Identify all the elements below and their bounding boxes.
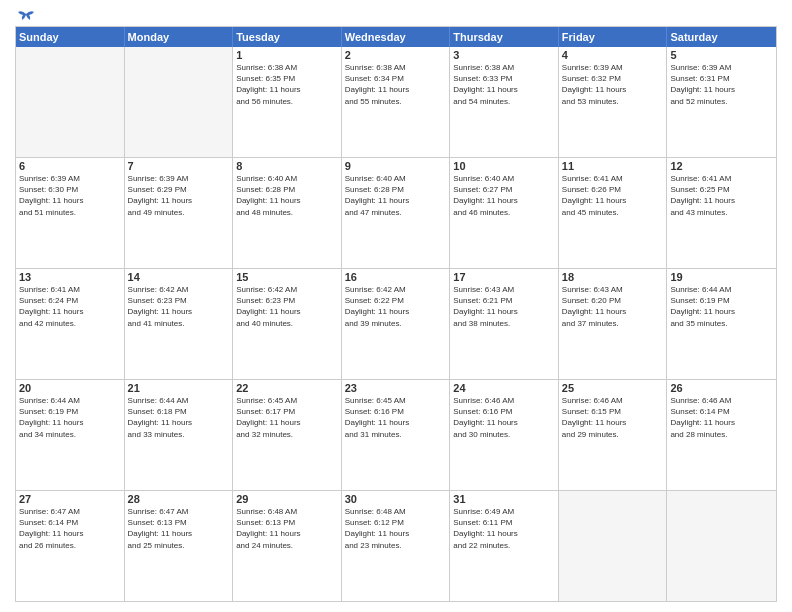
day-info: Sunrise: 6:46 AM Sunset: 6:14 PM Dayligh… bbox=[670, 395, 773, 440]
day-info: Sunrise: 6:42 AM Sunset: 6:23 PM Dayligh… bbox=[128, 284, 230, 329]
cal-cell: 14Sunrise: 6:42 AM Sunset: 6:23 PM Dayli… bbox=[125, 269, 234, 379]
day-info: Sunrise: 6:40 AM Sunset: 6:27 PM Dayligh… bbox=[453, 173, 555, 218]
day-info: Sunrise: 6:40 AM Sunset: 6:28 PM Dayligh… bbox=[345, 173, 447, 218]
day-info: Sunrise: 6:41 AM Sunset: 6:26 PM Dayligh… bbox=[562, 173, 664, 218]
day-info: Sunrise: 6:44 AM Sunset: 6:18 PM Dayligh… bbox=[128, 395, 230, 440]
cal-cell: 19Sunrise: 6:44 AM Sunset: 6:19 PM Dayli… bbox=[667, 269, 776, 379]
cal-cell: 24Sunrise: 6:46 AM Sunset: 6:16 PM Dayli… bbox=[450, 380, 559, 490]
day-info: Sunrise: 6:46 AM Sunset: 6:15 PM Dayligh… bbox=[562, 395, 664, 440]
day-number: 5 bbox=[670, 49, 773, 61]
week-row-5: 27Sunrise: 6:47 AM Sunset: 6:14 PM Dayli… bbox=[16, 491, 776, 601]
cal-cell: 12Sunrise: 6:41 AM Sunset: 6:25 PM Dayli… bbox=[667, 158, 776, 268]
day-info: Sunrise: 6:43 AM Sunset: 6:20 PM Dayligh… bbox=[562, 284, 664, 329]
day-number: 3 bbox=[453, 49, 555, 61]
day-info: Sunrise: 6:47 AM Sunset: 6:13 PM Dayligh… bbox=[128, 506, 230, 551]
day-number: 22 bbox=[236, 382, 338, 394]
day-info: Sunrise: 6:42 AM Sunset: 6:23 PM Dayligh… bbox=[236, 284, 338, 329]
day-number: 9 bbox=[345, 160, 447, 172]
day-info: Sunrise: 6:38 AM Sunset: 6:33 PM Dayligh… bbox=[453, 62, 555, 107]
cal-cell: 18Sunrise: 6:43 AM Sunset: 6:20 PM Dayli… bbox=[559, 269, 668, 379]
logo bbox=[15, 10, 36, 22]
cal-cell: 10Sunrise: 6:40 AM Sunset: 6:27 PM Dayli… bbox=[450, 158, 559, 268]
day-number: 8 bbox=[236, 160, 338, 172]
day-info: Sunrise: 6:45 AM Sunset: 6:16 PM Dayligh… bbox=[345, 395, 447, 440]
cal-cell: 17Sunrise: 6:43 AM Sunset: 6:21 PM Dayli… bbox=[450, 269, 559, 379]
calendar-header: SundayMondayTuesdayWednesdayThursdayFrid… bbox=[16, 27, 776, 47]
day-info: Sunrise: 6:48 AM Sunset: 6:13 PM Dayligh… bbox=[236, 506, 338, 551]
day-number: 14 bbox=[128, 271, 230, 283]
day-info: Sunrise: 6:38 AM Sunset: 6:35 PM Dayligh… bbox=[236, 62, 338, 107]
day-info: Sunrise: 6:38 AM Sunset: 6:34 PM Dayligh… bbox=[345, 62, 447, 107]
day-number: 1 bbox=[236, 49, 338, 61]
day-info: Sunrise: 6:44 AM Sunset: 6:19 PM Dayligh… bbox=[19, 395, 121, 440]
day-number: 16 bbox=[345, 271, 447, 283]
cal-cell: 9Sunrise: 6:40 AM Sunset: 6:28 PM Daylig… bbox=[342, 158, 451, 268]
header-day-sunday: Sunday bbox=[16, 27, 125, 47]
day-info: Sunrise: 6:46 AM Sunset: 6:16 PM Dayligh… bbox=[453, 395, 555, 440]
day-number: 4 bbox=[562, 49, 664, 61]
day-number: 25 bbox=[562, 382, 664, 394]
day-info: Sunrise: 6:40 AM Sunset: 6:28 PM Dayligh… bbox=[236, 173, 338, 218]
cal-cell bbox=[16, 47, 125, 157]
day-info: Sunrise: 6:43 AM Sunset: 6:21 PM Dayligh… bbox=[453, 284, 555, 329]
cal-cell: 28Sunrise: 6:47 AM Sunset: 6:13 PM Dayli… bbox=[125, 491, 234, 601]
day-info: Sunrise: 6:39 AM Sunset: 6:32 PM Dayligh… bbox=[562, 62, 664, 107]
day-info: Sunrise: 6:45 AM Sunset: 6:17 PM Dayligh… bbox=[236, 395, 338, 440]
cal-cell: 4Sunrise: 6:39 AM Sunset: 6:32 PM Daylig… bbox=[559, 47, 668, 157]
cal-cell: 27Sunrise: 6:47 AM Sunset: 6:14 PM Dayli… bbox=[16, 491, 125, 601]
cal-cell bbox=[667, 491, 776, 601]
page: SundayMondayTuesdayWednesdayThursdayFrid… bbox=[0, 0, 792, 612]
cal-cell bbox=[125, 47, 234, 157]
day-info: Sunrise: 6:47 AM Sunset: 6:14 PM Dayligh… bbox=[19, 506, 121, 551]
day-number: 29 bbox=[236, 493, 338, 505]
cal-cell: 29Sunrise: 6:48 AM Sunset: 6:13 PM Dayli… bbox=[233, 491, 342, 601]
cal-cell: 22Sunrise: 6:45 AM Sunset: 6:17 PM Dayli… bbox=[233, 380, 342, 490]
cal-cell: 15Sunrise: 6:42 AM Sunset: 6:23 PM Dayli… bbox=[233, 269, 342, 379]
cal-cell: 21Sunrise: 6:44 AM Sunset: 6:18 PM Dayli… bbox=[125, 380, 234, 490]
calendar: SundayMondayTuesdayWednesdayThursdayFrid… bbox=[15, 26, 777, 602]
cal-cell: 13Sunrise: 6:41 AM Sunset: 6:24 PM Dayli… bbox=[16, 269, 125, 379]
cal-cell: 8Sunrise: 6:40 AM Sunset: 6:28 PM Daylig… bbox=[233, 158, 342, 268]
week-row-4: 20Sunrise: 6:44 AM Sunset: 6:19 PM Dayli… bbox=[16, 380, 776, 491]
day-info: Sunrise: 6:41 AM Sunset: 6:25 PM Dayligh… bbox=[670, 173, 773, 218]
header-day-monday: Monday bbox=[125, 27, 234, 47]
cal-cell: 3Sunrise: 6:38 AM Sunset: 6:33 PM Daylig… bbox=[450, 47, 559, 157]
calendar-body: 1Sunrise: 6:38 AM Sunset: 6:35 PM Daylig… bbox=[16, 47, 776, 601]
day-number: 26 bbox=[670, 382, 773, 394]
cal-cell: 6Sunrise: 6:39 AM Sunset: 6:30 PM Daylig… bbox=[16, 158, 125, 268]
header-day-saturday: Saturday bbox=[667, 27, 776, 47]
cal-cell: 7Sunrise: 6:39 AM Sunset: 6:29 PM Daylig… bbox=[125, 158, 234, 268]
header-day-wednesday: Wednesday bbox=[342, 27, 451, 47]
week-row-3: 13Sunrise: 6:41 AM Sunset: 6:24 PM Dayli… bbox=[16, 269, 776, 380]
day-number: 13 bbox=[19, 271, 121, 283]
cal-cell: 2Sunrise: 6:38 AM Sunset: 6:34 PM Daylig… bbox=[342, 47, 451, 157]
cal-cell: 23Sunrise: 6:45 AM Sunset: 6:16 PM Dayli… bbox=[342, 380, 451, 490]
cal-cell: 5Sunrise: 6:39 AM Sunset: 6:31 PM Daylig… bbox=[667, 47, 776, 157]
day-number: 21 bbox=[128, 382, 230, 394]
header bbox=[15, 10, 777, 22]
logo-bird-icon bbox=[16, 10, 36, 26]
day-number: 30 bbox=[345, 493, 447, 505]
day-info: Sunrise: 6:44 AM Sunset: 6:19 PM Dayligh… bbox=[670, 284, 773, 329]
day-info: Sunrise: 6:41 AM Sunset: 6:24 PM Dayligh… bbox=[19, 284, 121, 329]
header-day-friday: Friday bbox=[559, 27, 668, 47]
day-number: 11 bbox=[562, 160, 664, 172]
day-info: Sunrise: 6:48 AM Sunset: 6:12 PM Dayligh… bbox=[345, 506, 447, 551]
cal-cell: 11Sunrise: 6:41 AM Sunset: 6:26 PM Dayli… bbox=[559, 158, 668, 268]
cal-cell: 26Sunrise: 6:46 AM Sunset: 6:14 PM Dayli… bbox=[667, 380, 776, 490]
cal-cell bbox=[559, 491, 668, 601]
day-number: 7 bbox=[128, 160, 230, 172]
cal-cell: 30Sunrise: 6:48 AM Sunset: 6:12 PM Dayli… bbox=[342, 491, 451, 601]
day-info: Sunrise: 6:39 AM Sunset: 6:29 PM Dayligh… bbox=[128, 173, 230, 218]
day-number: 23 bbox=[345, 382, 447, 394]
cal-cell: 16Sunrise: 6:42 AM Sunset: 6:22 PM Dayli… bbox=[342, 269, 451, 379]
day-number: 24 bbox=[453, 382, 555, 394]
week-row-1: 1Sunrise: 6:38 AM Sunset: 6:35 PM Daylig… bbox=[16, 47, 776, 158]
cal-cell: 1Sunrise: 6:38 AM Sunset: 6:35 PM Daylig… bbox=[233, 47, 342, 157]
day-number: 2 bbox=[345, 49, 447, 61]
day-info: Sunrise: 6:39 AM Sunset: 6:30 PM Dayligh… bbox=[19, 173, 121, 218]
cal-cell: 31Sunrise: 6:49 AM Sunset: 6:11 PM Dayli… bbox=[450, 491, 559, 601]
day-number: 20 bbox=[19, 382, 121, 394]
week-row-2: 6Sunrise: 6:39 AM Sunset: 6:30 PM Daylig… bbox=[16, 158, 776, 269]
day-number: 15 bbox=[236, 271, 338, 283]
